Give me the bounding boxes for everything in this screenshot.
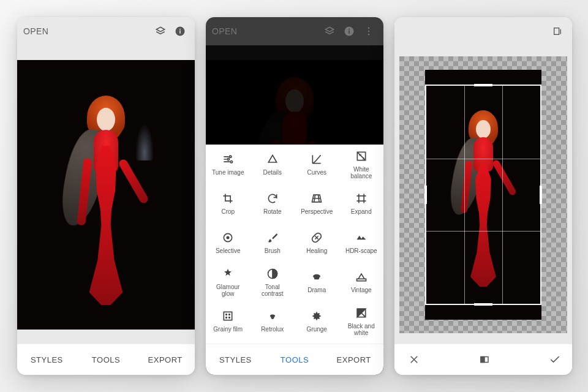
crop-action-bar (394, 344, 572, 375)
photo-preview (17, 60, 195, 330)
tool-label: Expand (351, 208, 372, 215)
open-button[interactable]: OPEN (23, 26, 48, 36)
crop-handle-left[interactable] (424, 186, 427, 204)
svg-point-23 (226, 314, 227, 315)
bottom-tabs: STYLES TOOLS EXPORT (17, 344, 195, 375)
tool-vintage[interactable]: Vintage (339, 262, 384, 301)
svg-rect-1 (179, 31, 181, 34)
top-bar: OPEN (206, 17, 383, 45)
tool-tonal-contrast[interactable]: Tonal contrast (251, 262, 295, 301)
svg-point-8 (368, 34, 369, 35)
tool-retrolux[interactable]: Retrolux (251, 301, 295, 341)
tool-hdr-scape[interactable]: HDR-scape (339, 223, 384, 262)
tab-styles[interactable]: STYLES (206, 355, 265, 364)
tab-export[interactable]: EXPORT (324, 355, 383, 364)
tool-brush[interactable]: Brush (251, 223, 295, 262)
tool-healing[interactable]: Healing (295, 223, 339, 262)
tool-perspective[interactable]: Perspective (295, 184, 339, 223)
tool-details[interactable]: Details (251, 145, 295, 184)
tool-label: Tune image (212, 169, 244, 176)
tonal-icon (266, 267, 279, 281)
tool-glamour-glow[interactable]: Glamour glow (206, 262, 251, 301)
tool-label: HDR-scape (345, 247, 377, 254)
selective-icon (221, 231, 235, 244)
tool-label: Retrolux (261, 326, 284, 333)
check-icon[interactable] (546, 351, 564, 368)
crop-handle-bottom[interactable] (474, 303, 492, 306)
tool-label: Grunge (307, 326, 327, 333)
svg-point-11 (230, 161, 232, 163)
svg-rect-44 (481, 357, 484, 363)
tool-crop[interactable]: Crop (206, 184, 251, 223)
curves-icon (310, 153, 323, 166)
tool-label: Curves (307, 169, 326, 176)
bottom-tabs: STYLES TOOLS EXPORT (206, 344, 383, 375)
brush-icon (266, 231, 279, 244)
crop-frame[interactable] (425, 85, 541, 305)
crop-handle-top[interactable] (474, 84, 492, 86)
expand-icon (355, 192, 368, 205)
info-icon[interactable] (341, 23, 358, 40)
tool-label: Drama (307, 287, 326, 293)
tool-label: Selective (216, 247, 241, 254)
tab-export[interactable]: EXPORT (135, 355, 195, 364)
crop-handle-right[interactable] (540, 186, 542, 204)
grainy-film-icon (221, 309, 235, 323)
more-icon[interactable] (360, 23, 377, 40)
healing-icon (310, 231, 323, 244)
info-icon[interactable] (172, 23, 189, 40)
bw-icon (355, 306, 368, 320)
svg-point-10 (227, 158, 229, 160)
tab-styles[interactable]: STYLES (17, 355, 77, 364)
grunge-icon (310, 309, 323, 323)
tool-expand[interactable]: Expand (339, 184, 384, 223)
tool-label: Healing (306, 247, 327, 254)
svg-point-25 (226, 317, 227, 318)
tool-label: Crop (221, 208, 235, 215)
retrolux-icon (266, 309, 279, 323)
tool-white-balance[interactable]: WBWhite balance (339, 145, 384, 184)
tool-drama[interactable]: Drama (295, 262, 339, 301)
open-button[interactable]: OPEN (212, 26, 237, 36)
details-icon (266, 153, 279, 166)
tool-grainy-film[interactable]: Grainy film (206, 301, 251, 341)
tune-icon (221, 153, 235, 166)
crop-canvas[interactable] (394, 45, 572, 344)
tool-black-and-white[interactable]: Black and white (339, 301, 384, 341)
tool-rotate[interactable]: Rotate (251, 184, 295, 223)
tool-label: Details (263, 169, 282, 176)
tool-curves[interactable]: Curves (295, 145, 339, 184)
top-bar (394, 17, 572, 45)
white-balance-icon: WB (355, 149, 368, 163)
layers-icon[interactable] (152, 23, 169, 40)
svg-point-7 (368, 31, 369, 32)
tool-selective[interactable]: Selective (206, 223, 251, 262)
tab-tools[interactable]: TOOLS (77, 355, 136, 364)
image-canvas[interactable] (17, 45, 195, 344)
tools-sheet: Tune imageDetailsCurvesWBWhite balanceCr… (206, 145, 383, 344)
svg-point-17 (227, 236, 229, 238)
tab-tools[interactable]: TOOLS (265, 355, 325, 364)
image-canvas: Tune imageDetailsCurvesWBWhite balanceCr… (206, 45, 383, 375)
svg-point-20 (313, 274, 320, 279)
svg-point-2 (179, 29, 181, 30)
layers-icon[interactable] (321, 23, 338, 40)
tool-grunge[interactable]: Grunge (295, 301, 339, 341)
top-bar: OPEN (17, 17, 195, 45)
svg-rect-42 (554, 28, 559, 35)
options-icon[interactable] (549, 23, 566, 40)
tool-label: White balance (350, 166, 372, 179)
crop-icon (221, 192, 235, 205)
close-icon[interactable] (405, 351, 423, 368)
tool-label: Black and white (348, 323, 375, 336)
svg-rect-15 (359, 196, 364, 201)
aspect-icon[interactable] (476, 351, 493, 368)
drama-icon (310, 270, 323, 284)
screen-tools: OPEN Tune imageDetailsCurve (206, 17, 383, 375)
svg-point-24 (229, 314, 230, 315)
perspective-icon (310, 192, 323, 205)
tool-label: Perspective (301, 208, 333, 215)
tool-tune-image[interactable]: Tune image (206, 145, 251, 184)
tool-label: Vintage (351, 287, 372, 293)
vintage-icon (355, 270, 368, 284)
